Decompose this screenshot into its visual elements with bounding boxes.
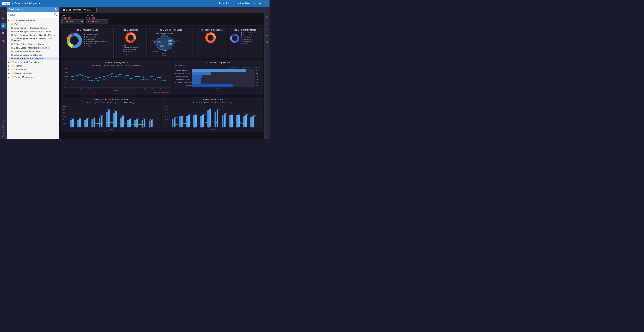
tab-label: Sales Performance Analy... [66,9,91,11]
tree-item-svod[interactable]: ▦ Sales vs Orders vs Deliveries [7,53,59,57]
tab-bar: ▦ Sales Performance Analy... ✕ [59,7,264,13]
svg-point-58 [88,77,89,78]
svg-text:100M: 100M [64,79,68,81]
tree-item-sales[interactable]: ▼ 📂 Sales [7,22,59,26]
filter-company-label: Company [86,14,108,17]
svg-text:24M: 24M [86,118,89,119]
filter-icon[interactable]: ▽ [265,27,269,32]
svg-text:1: 1 [172,127,174,128]
svg-point-60 [103,76,105,77]
svg-text:12: 12 [149,127,151,128]
tree-item-procurement[interactable]: ▶ 📁 Procurement [7,68,59,71]
tree-item-srm-material[interactable]: ▦ Sales Regional Manager - Material Blac… [7,37,59,42]
tree-label: Sales Manager - Material Black Theme [14,30,51,33]
svg-text:40M: 40M [63,112,66,114]
svg-text:42M: 42M [169,40,172,42]
chart-title: Monthly Sales Vs Costs [164,98,261,101]
svg-text:23M: 23M [136,118,139,119]
chart-title: Monthly Sales This Year Vs Last Year [62,98,160,101]
svg-text:23M: 23M [128,118,132,119]
help-icon[interactable]: ❓ [264,2,267,5]
svg-text:2.3M: 2.3M [158,41,161,43]
products-label: Products [175,88,261,89]
svg-text:45M: 45M [107,109,110,110]
dashboards-panel: Dashboards ↻ 🔍 ▶ 📁 Universal Data Model … [7,7,59,139]
tab-spa[interactable]: ▦ Sales Performance Analy... ✕ [61,8,96,12]
svg-rect-169 [200,116,202,127]
filter-year-select[interactable]: In No Filter [62,19,84,24]
svg-rect-176 [216,110,218,127]
svg-text:5: 5 [104,88,104,90]
svg-rect-181 [229,115,231,127]
right-sidebar: › ⊞ ✏ ▽ ↻ 🔧 [264,7,270,139]
tree-item-sr-usa[interactable]: ▦ Sales Representative - USA [7,50,59,53]
chart-title: Top 5 Sales Rep [116,29,145,31]
svg-rect-161 [181,116,183,127]
svg-text:25M: 25M [164,122,168,124]
grid-icon[interactable]: ⊞ [1,16,6,21]
svg-text:6: 6 [208,127,209,128]
tree-item-ap[interactable]: ▶ 📁 Accounts Payable [7,71,59,75]
svg-text:4: 4 [92,127,94,128]
donut-svg [125,32,136,43]
menu-icon[interactable]: ☰ [1,8,6,14]
refresh-icon[interactable]: ↻ [55,8,57,11]
wrench-icon[interactable]: 🔧 [265,40,269,44]
svg-rect-96 [77,120,79,127]
bell-icon[interactable]: 🔔 [259,2,262,5]
tree-label: Global Sales - Material Black Theme [14,47,49,49]
bar-chart-svg: 50M 45M 40M 35M 30M 25M [62,104,160,129]
app-title: Enterprise Intelligence [12,2,40,5]
tree-item-gs-bootstrap[interactable]: ▦ Global Sales - Bootstrap Theme [7,42,59,46]
tree-item-sm-material[interactable]: ▦ Sales Manager - Material Black Theme [7,30,59,33]
chart-top5-products-returns-donut: Top 5 Products by Returns [195,27,226,58]
svg-text:17M: 17M [239,122,241,123]
chart-title: Top 5 Products by Returns [196,29,225,31]
tree-item-sm-bootstrap[interactable]: ▦ Sales Manager - Bootstrap Theme [7,26,59,30]
tree-label: Inventory and Production [15,61,39,63]
svg-marker-19 [154,34,175,50]
folder-icon: 📁 [11,76,14,78]
tree-item-pm[interactable]: ▶ 📁 Project Management [7,75,59,79]
svg-text:6: 6 [106,127,108,128]
svg-text:7: 7 [114,127,115,128]
svg-text:38M: 38M [217,109,220,110]
chevron-right-icon[interactable]: › [265,8,269,12]
svg-text:50M: 50M [63,105,66,107]
tree-item-spa[interactable]: ▦ Sales Performance Analytics [7,57,59,60]
svg-rect-127 [151,120,153,127]
tree-label: Sales Regional Manager - Material Black … [14,37,58,42]
svg-point-65 [143,76,145,78]
list-icon[interactable]: ☰ [1,31,6,36]
expand-icon: ▶ [8,65,10,67]
wrench-icon[interactable]: 🔧 [253,2,256,5]
charts-top-row: Top 5 Products by Sales [61,27,263,58]
tree-item-finance[interactable]: ▶ 📁 Finance [7,64,59,68]
bookmark-icon[interactable]: 🔖 [1,38,6,44]
svg-text:25M: 25M [253,115,256,116]
close-icon[interactable]: ✕ [93,9,94,11]
tree-item-inventory[interactable]: ▶ 📁 Inventory and Production [7,60,59,64]
pencil-icon[interactable]: ✏ [265,21,269,25]
svg-text:8.6: 8.6 [246,123,248,123]
svg-text:50M: 50M [64,83,68,85]
tree-item-srm-blue[interactable]: ▦ Sales Regional Manager - Blue Opal The… [7,33,59,37]
filter-company-select[interactable]: In No Filter [86,19,108,24]
svg-rect-93 [70,120,72,127]
svg-rect-164 [188,115,190,127]
charts-bottom-row: Monthly Sales This Year Vs Last Year Sal… [61,97,263,132]
svg-text:34M: 34M [196,114,198,114]
content-area: ▦ Sales Performance Analy... ✕ Year In N… [59,7,264,139]
expand-icon: ▶ [8,61,10,63]
tree-item-gs-material[interactable]: ▦ Global Sales - Material Black Theme [7,46,59,50]
dashboard-icon[interactable]: ▦ [1,23,6,29]
svg-rect-175 [214,111,216,127]
svg-text:24M: 24M [78,118,82,119]
grid-four-icon[interactable]: ⊞ [265,15,269,19]
search-input[interactable] [8,14,53,16]
filter-year-label: Year [62,14,84,17]
svg-point-61 [111,73,113,74]
chart-title: Top 5 Products by Returns [175,61,261,64]
tree-item-udm[interactable]: ▶ 📁 Universal Data Model [7,19,59,22]
refresh-icon[interactable]: ↻ [265,34,269,38]
